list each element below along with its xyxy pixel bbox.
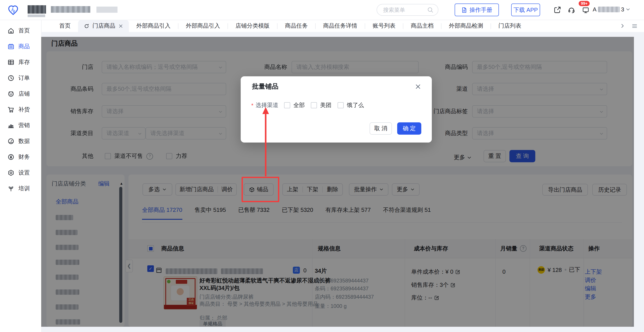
app-root: 操作手册 下载 APP 99+ A 3 首页门店商品外部商品引入外部商品引入店铺… xyxy=(0,0,644,332)
modal-channel-option-饿了么[interactable]: 饿了么 xyxy=(338,101,364,109)
close-icon[interactable] xyxy=(415,83,421,90)
home-icon xyxy=(8,27,14,34)
sidebar-item-库存[interactable]: 库存 xyxy=(0,54,41,70)
sidebar-item-首页[interactable]: 首页 xyxy=(0,23,41,39)
tab-bar: 首页门店商品外部商品引入外部商品引入店铺分类模版商品任务商品任务详情账号列表商品… xyxy=(41,20,644,32)
order-icon xyxy=(8,75,14,82)
gear-icon xyxy=(8,169,14,176)
modal-channel-option-全部[interactable]: 全部 xyxy=(284,101,305,109)
tab-外部商品引入[interactable]: 外部商品引入 xyxy=(129,20,178,32)
bars-icon xyxy=(8,122,14,129)
sidebar-item-设置[interactable]: 设置 xyxy=(0,165,41,181)
sidebar-item-商品[interactable]: 商品 xyxy=(0,39,41,54)
menu-search xyxy=(376,4,438,16)
tab-外部商品引入[interactable]: 外部商品引入 xyxy=(178,20,228,32)
inventory-icon xyxy=(8,59,14,66)
manual-button-label: 操作手册 xyxy=(470,6,492,14)
document-icon xyxy=(461,7,467,13)
channel-field-label: 选择渠道 xyxy=(256,101,278,109)
download-app-label: 下载 APP xyxy=(513,6,538,14)
user-prefix: A xyxy=(593,6,596,13)
option-label: 美团 xyxy=(320,101,332,109)
cart-icon xyxy=(8,106,14,113)
tab-商品任务[interactable]: 商品任务 xyxy=(278,20,315,32)
download-app-button[interactable]: 下载 APP xyxy=(511,4,540,16)
tab-门店商品[interactable]: 门店商品 xyxy=(78,20,129,32)
sidebar-item-营销[interactable]: 营销 xyxy=(0,118,41,133)
user-name-redacted xyxy=(598,7,620,12)
sidebar-item-财务[interactable]: 财务 xyxy=(0,149,41,165)
tab-门店列表[interactable]: 门店列表 xyxy=(491,20,529,32)
option-label: 全部 xyxy=(293,101,305,109)
env-label-redacted xyxy=(96,7,118,13)
refresh-icon[interactable] xyxy=(84,23,90,29)
gauge-icon xyxy=(8,138,14,145)
checkbox-美团[interactable] xyxy=(311,102,317,108)
sidebar-item-数据[interactable]: 数据 xyxy=(0,133,41,149)
yen-icon xyxy=(8,154,14,161)
app-logo-icon xyxy=(6,4,20,17)
batch-distribute-modal: 批量铺品 * 选择渠道 全部美团饿了么 取 消 确 定 xyxy=(241,76,432,143)
sidebar-item-培训[interactable]: 培训 xyxy=(0,181,41,196)
tab-商品主档[interactable]: 商品主档 xyxy=(403,20,441,32)
tabs-scroll-right-icon[interactable] xyxy=(620,23,625,29)
highlight-rectangle-annotation xyxy=(242,177,279,202)
checkbox-饿了么[interactable] xyxy=(338,102,344,108)
user-menu[interactable]: A 3 xyxy=(593,6,630,13)
screenshot-stage: 操作手册 下载 APP 99+ A 3 首页门店商品外部商品引入外部商品引入店铺… xyxy=(0,0,644,332)
app-header: 操作手册 下载 APP 99+ A 3 xyxy=(0,0,644,20)
chevron-down-icon xyxy=(626,7,630,12)
user-suffix: 3 xyxy=(621,6,624,13)
sidebar-item-店铺[interactable]: 店铺 xyxy=(0,86,41,102)
notification-icon[interactable] xyxy=(582,7,589,14)
sidebar-item-补货[interactable]: 补货 xyxy=(0,102,41,118)
checkbox-全部[interactable] xyxy=(284,102,290,108)
tab-商品任务详情[interactable]: 商品任务详情 xyxy=(316,20,365,32)
cancel-label: 取 消 xyxy=(374,125,387,132)
tab-账号列表[interactable]: 账号列表 xyxy=(365,20,403,32)
manual-button[interactable]: 操作手册 xyxy=(454,4,499,16)
shop-icon xyxy=(8,90,14,97)
tab-店铺分类模版[interactable]: 店铺分类模版 xyxy=(228,20,277,32)
required-asterisk: * xyxy=(251,102,254,109)
option-label: 饿了么 xyxy=(347,101,364,109)
sidebar: 首页商品库存订单店铺补货营销数据财务设置培训 xyxy=(0,20,42,332)
confirm-label: 确 定 xyxy=(403,125,416,132)
goods-icon xyxy=(8,43,14,50)
menu-search-input[interactable] xyxy=(382,6,427,13)
cancel-button[interactable]: 取 消 xyxy=(370,122,392,135)
tabs-menu-icon[interactable] xyxy=(631,23,638,29)
confirm-button[interactable]: 确 定 xyxy=(397,122,421,135)
modal-channel-option-美团[interactable]: 美团 xyxy=(311,101,332,109)
headset-icon[interactable] xyxy=(568,6,575,14)
channel-select-row: * 选择渠道 全部美团饿了么 xyxy=(251,101,370,109)
modal-title: 批量铺品 xyxy=(252,83,278,91)
share-icon[interactable] xyxy=(554,6,561,14)
tab-首页[interactable]: 首页 xyxy=(52,20,78,32)
notification-badge: 99+ xyxy=(579,1,590,6)
close-icon[interactable] xyxy=(118,24,123,28)
sprout-icon xyxy=(8,185,14,192)
sidebar-item-订单[interactable]: 订单 xyxy=(0,70,41,86)
brand-name-redacted xyxy=(28,5,46,14)
brand-sub-redacted xyxy=(28,15,45,17)
search-icon[interactable] xyxy=(427,7,434,13)
company-name-redacted xyxy=(51,6,90,13)
tab-外部商品检测[interactable]: 外部商品检测 xyxy=(442,20,490,32)
